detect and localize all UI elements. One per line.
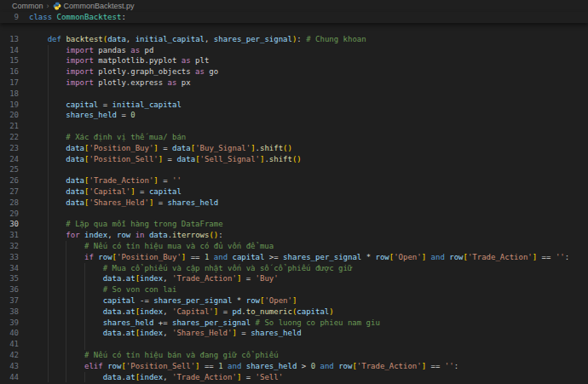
- code-token: ]: [292, 296, 297, 305]
- code-token: iterrows: [172, 231, 209, 239]
- breadcrumb-folder[interactable]: Common: [12, 2, 43, 10]
- code-token: plotly.express: [94, 78, 168, 87]
- code-token: data: [66, 155, 84, 163]
- breadcrumb-file[interactable]: CommonBacktest.py: [53, 2, 135, 10]
- code-token: 'Buy': [256, 274, 279, 283]
- code-token: data: [103, 373, 122, 381]
- code-content: import matplotlib.pyplot as plt: [29, 55, 588, 66]
- code-token: at: [126, 373, 135, 381]
- sticky-scroll-header[interactable]: 9class CommonBacktest:: [0, 12, 588, 23]
- code-token: if: [84, 253, 94, 261]
- code-line[interactable]: 16 import plotly.graph_objects as go: [0, 66, 588, 77]
- line-number: 40: [0, 328, 19, 339]
- code-token: import: [66, 67, 94, 76]
- code-line[interactable]: 26 data['Trade_Action'] = '': [0, 175, 588, 186]
- code-line[interactable]: 39 shares_held += shares_per_signal # So…: [0, 318, 588, 329]
- code-line[interactable]: 24 data['Position_Sell'] = data['Sell_Si…: [0, 154, 588, 165]
- line-number: 13: [0, 34, 19, 45]
- code-token: data: [149, 231, 168, 239]
- code-token: shares_held: [66, 111, 117, 119]
- code-line[interactable]: 27 data['Capital'] = capital: [0, 186, 588, 198]
- code-line[interactable]: 38 data.at[index, 'Capital'] = pd.to_num…: [0, 307, 588, 318]
- indent-guide-icon: [48, 66, 49, 77]
- indent-guide-icon: [84, 339, 85, 350]
- code-line[interactable]: 28 data['Shares_Held'] = shares_held: [0, 198, 588, 209]
- code-token: =: [98, 100, 112, 109]
- code-token: capital: [232, 253, 264, 261]
- line-number: 17: [0, 77, 19, 89]
- code-line[interactable]: 40 data.at[index, 'Shares_Held'] = share…: [0, 328, 588, 339]
- code-line[interactable]: 29: [0, 209, 588, 220]
- code-token: -=: [135, 296, 154, 305]
- indent-guide-icon: [48, 121, 49, 132]
- code-token: :: [454, 362, 458, 370]
- code-token: :: [297, 35, 306, 43]
- code-line[interactable]: 43 elif row['Position_Sell'] == 1 and sh…: [0, 361, 588, 372]
- code-token: # Chung khoan: [306, 35, 366, 43]
- code-token: index: [140, 274, 163, 283]
- code-token: *: [232, 296, 245, 305]
- code-token: plt: [191, 56, 210, 65]
- code-line[interactable]: 23 data['Position_Buy'] = data['Buy_Sign…: [0, 143, 588, 154]
- code-content: [29, 209, 588, 220]
- code-content: data['Position_Buy'] = data['Buy_Signal'…: [29, 143, 588, 154]
- python-icon: [53, 2, 61, 10]
- code-token: to_numeric: [246, 307, 292, 316]
- indent-guide-icon: [48, 110, 49, 121]
- line-number: 14: [0, 45, 19, 56]
- code-token: ,: [163, 329, 172, 337]
- line-number: 38: [0, 307, 19, 318]
- code-line[interactable]: 14 import pandas as pd: [0, 45, 588, 56]
- code-token: capital: [297, 307, 329, 316]
- sticky-line[interactable]: 9class CommonBacktest:: [0, 12, 588, 23]
- code-line[interactable]: 30 # Lặp qua mỗi hàng trong DataFrame: [0, 219, 588, 230]
- indent-guide-icon: [66, 361, 66, 372]
- code-editor[interactable]: 13 def backtest(data, initial_capital, s…: [0, 23, 588, 383]
- code-line[interactable]: 34 # Mua cổ phiếu và cập nhật vốn và số …: [0, 263, 588, 274]
- code-token: initial_capital: [135, 35, 205, 43]
- code-line[interactable]: 22 # Xác định vị thế mua/ bán: [0, 132, 588, 143]
- code-token: import: [66, 56, 94, 65]
- indent-guide-icon: [84, 273, 85, 284]
- code-line[interactable]: 42 # Nếu có tín hiệu bán và đang giữ cổ …: [0, 350, 588, 361]
- code-token: =: [153, 198, 167, 207]
- indent-guide-icon: [48, 252, 49, 263]
- indent-guide-icon: [66, 284, 66, 295]
- code-token: class: [29, 13, 52, 21]
- indent-guide-icon: [48, 318, 49, 329]
- line-number: 28: [0, 198, 19, 209]
- code-line[interactable]: 21: [0, 121, 588, 132]
- code-line[interactable]: 18: [0, 89, 588, 100]
- code-line[interactable]: 13 def backtest(data, initial_capital, s…: [0, 34, 588, 45]
- code-token: (): [283, 144, 292, 152]
- code-token: CommonBacktest: [57, 13, 122, 21]
- code-token: pd: [232, 307, 241, 316]
- code-token: =: [241, 373, 255, 381]
- line-number: 9: [0, 12, 19, 23]
- code-line[interactable]: 17 import plotly.express as px: [0, 77, 588, 89]
- code-line[interactable]: 33 if row['Position_Buy'] == 1 and capit…: [0, 252, 588, 263]
- code-token: data: [107, 35, 126, 43]
- code-line[interactable]: 41: [0, 339, 588, 350]
- code-token: index: [84, 231, 107, 239]
- code-token: 'Trade_Action': [172, 373, 237, 381]
- code-token: # Nếu có tín hiệu mua và có đủ vốn để mu…: [84, 242, 274, 250]
- code-line[interactable]: 36 # So von con lai: [0, 284, 588, 295]
- code-line[interactable]: 31 for index, row in data.iterrows():: [0, 230, 588, 241]
- code-line[interactable]: 37 capital -= shares_per_signal * row['O…: [0, 295, 588, 307]
- code-line[interactable]: 32 # Nếu có tín hiệu mua và có đủ vốn để…: [0, 241, 588, 252]
- line-number: 43: [0, 361, 19, 372]
- code-line[interactable]: 19 capital = initial_capital: [0, 100, 588, 111]
- code-token: 'Open': [394, 253, 422, 261]
- code-line[interactable]: 44 data.at[index, 'Trade_Action'] = 'Sel…: [0, 372, 588, 383]
- code-line[interactable]: 35 data.at[index, 'Trade_Action'] = 'Buy…: [0, 273, 588, 284]
- code-token: :: [218, 231, 222, 239]
- indent-guide-icon: [84, 284, 85, 295]
- line-number: 15: [0, 55, 19, 66]
- code-line[interactable]: 20 shares_held = 0: [0, 110, 588, 121]
- code-line[interactable]: 25: [0, 164, 588, 175]
- indent-guide-icon: [48, 198, 49, 209]
- code-token: matplotlib.pyplot: [94, 56, 182, 65]
- code-token: 'Position_Buy': [89, 144, 153, 152]
- code-line[interactable]: 15 import matplotlib.pyplot as plt: [0, 55, 588, 66]
